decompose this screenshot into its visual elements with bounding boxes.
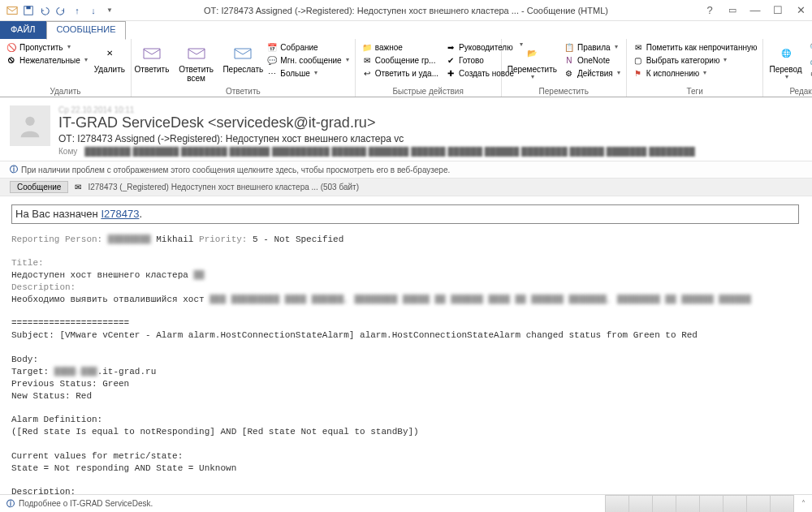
actions-button[interactable]: ⚙Действия▾ (561, 67, 623, 80)
titlebar: ↑ ↓ ▼ ОТ: I278473 Assigned (->Registered… (0, 0, 812, 21)
tab-message[interactable]: СООБЩЕНИЕ (46, 21, 127, 40)
close-icon[interactable]: ✕ (789, 2, 812, 19)
tab-file[interactable]: ФАЙЛ (0, 21, 46, 39)
ribbon-group-move: 📂Переместить▾ 📋Правила▾ NOneNote ⚙Действ… (502, 39, 627, 97)
forward-button[interactable]: Переслать (223, 41, 262, 75)
quick-replydel[interactable]: ↩Ответить и уда... (359, 67, 441, 80)
svg-rect-2 (26, 6, 30, 9)
quick-important[interactable]: 📁важное (359, 41, 441, 54)
junk-button[interactable]: 🛇Нежелательные▾ (3, 54, 90, 67)
ribbon-toggle-icon[interactable]: ▭ (721, 2, 744, 19)
forward-icon (231, 41, 254, 64)
reply-all-button[interactable]: Ответить всем (171, 41, 222, 84)
minimize-icon[interactable]: — (744, 2, 767, 19)
redo-icon[interactable] (54, 3, 68, 18)
svg-point-3 (25, 117, 34, 126)
save-icon[interactable] (21, 3, 36, 18)
ribbon-group-quick: 📁важное ✉Сообщение гр... ↩Ответить и уда… (356, 39, 502, 97)
meeting-button[interactable]: 📅Собрание (264, 41, 351, 54)
skip-button[interactable]: 🚫Пропустить▾ (3, 41, 90, 54)
qat-dropdown-icon[interactable]: ▼ (102, 3, 117, 18)
subject-line: ОТ: I278473 Assigned (->Registered): Нед… (58, 133, 802, 144)
incident-link[interactable]: I278473 (101, 208, 139, 220)
assigned-box: На Вас назначен I278473. (11, 204, 799, 224)
qat-outlook-icon[interactable] (5, 3, 19, 18)
window-controls: ? ▭ — ☐ ✕ (698, 2, 812, 19)
people-thumb[interactable] (652, 495, 676, 513)
sent-date: Ср 22.10.2014 10:11 (58, 105, 802, 114)
mark-unread-button[interactable]: ✉Пометить как непрочитанную (630, 41, 760, 54)
select-button[interactable]: ▭Выделить▾ (806, 67, 812, 80)
onenote-button[interactable]: NOneNote (561, 54, 623, 67)
reply-icon (140, 41, 163, 64)
attach-message-tab[interactable]: Сообщение (10, 181, 68, 193)
help-icon[interactable]: ? (698, 2, 721, 19)
move-button[interactable]: 📂Переместить▾ (505, 41, 559, 82)
people-thumb[interactable] (676, 495, 700, 513)
quick-team[interactable]: ✉Сообщение гр... (359, 54, 441, 67)
reply-all-icon (185, 41, 208, 64)
body-pre: Reporting Person: ████████ Mikhail Prior… (11, 234, 801, 494)
attachment-item[interactable]: I278473 (_Registered) Недоступен хост вн… (88, 183, 359, 191)
prev-icon[interactable]: ↑ (70, 3, 84, 18)
ribbon: 🚫Пропустить▾ 🛇Нежелательные▾ ✕Удалить Уд… (0, 39, 812, 97)
people-thumb[interactable] (723, 495, 747, 513)
followup-button[interactable]: ⚑К исполнению▾ (630, 67, 760, 80)
ribbon-group-respond: Ответить Ответить всем Переслать 📅Собран… (132, 39, 356, 97)
rules-button[interactable]: 📋Правила▾ (561, 41, 623, 54)
attach-icon: ✉ (75, 183, 81, 191)
to-line: Кому ████████ ████████ ████████ ███████ … (58, 147, 802, 156)
statusbar: ⓘ Подробнее о IT-GRAD ServiceDesk. ˄ (0, 494, 812, 512)
ribbon-group-tags: ✉Пометить как непрочитанную ▢Выбрать кат… (627, 39, 764, 97)
people-thumb[interactable] (605, 495, 629, 513)
window-title: ОТ: I278473 Assigned (->Registered): Нед… (204, 6, 608, 15)
move-icon: 📂 (520, 41, 543, 64)
delete-icon: ✕ (98, 41, 121, 64)
related-button[interactable]: 🔗Связанные▾ (806, 54, 812, 67)
status-info-icon: ⓘ (6, 498, 15, 510)
message-body: На Вас назначен I278473. Reporting Perso… (0, 196, 812, 494)
reply-button[interactable]: Ответить (135, 41, 169, 75)
from-line: IT-GRAD ServiceDesk <servicedesk@it-grad… (58, 114, 802, 131)
ribbon-tabs: ФАЙЛ СООБЩЕНИЕ (0, 21, 812, 39)
sender-avatar (10, 105, 50, 146)
next-icon[interactable]: ↓ (86, 3, 101, 18)
infobar[interactable]: ⓘ При наличии проблем с отображением это… (0, 161, 812, 179)
translate-button[interactable]: 🌐Перевод▾ (767, 41, 804, 82)
ribbon-group-delete: 🚫Пропустить▾ 🛇Нежелательные▾ ✕Удалить Уд… (0, 39, 132, 97)
delete-button[interactable]: ✕Удалить (92, 41, 127, 75)
categorize-button[interactable]: ▢Выбрать категорию▾ (630, 54, 760, 67)
message-header: Ср 22.10.2014 10:11 IT-GRAD ServiceDesk … (0, 97, 812, 161)
svg-rect-0 (7, 6, 17, 14)
im-button[interactable]: 💬Мгн. сообщение▾ (264, 54, 351, 67)
maximize-icon[interactable]: ☐ (767, 2, 789, 19)
quick-access-toolbar: ↑ ↓ ▼ (0, 3, 117, 18)
people-thumb[interactable] (699, 495, 723, 513)
people-pane-tray[interactable] (606, 495, 794, 513)
undo-icon[interactable] (37, 3, 52, 18)
translate-icon: 🌐 (775, 41, 797, 64)
attachment-row: Сообщение ✉ I278473 (_Registered) Недост… (0, 179, 812, 196)
people-thumb[interactable] (746, 495, 771, 513)
people-thumb[interactable] (770, 495, 794, 513)
people-thumb[interactable] (628, 495, 653, 513)
find-button[interactable]: 🔍Найти (806, 41, 812, 54)
ribbon-group-edit: 🌐Перевод▾ 🔍Найти 🔗Связанные▾ ▭Выделить▾ … (763, 39, 812, 97)
status-text[interactable]: Подробнее о IT-GRAD ServiceDesk. (19, 499, 153, 508)
more-respond-button[interactable]: ⋯Больше▾ (264, 67, 351, 80)
info-icon: ⓘ (10, 164, 18, 175)
people-pane-toggle-icon[interactable]: ˄ (801, 499, 806, 508)
